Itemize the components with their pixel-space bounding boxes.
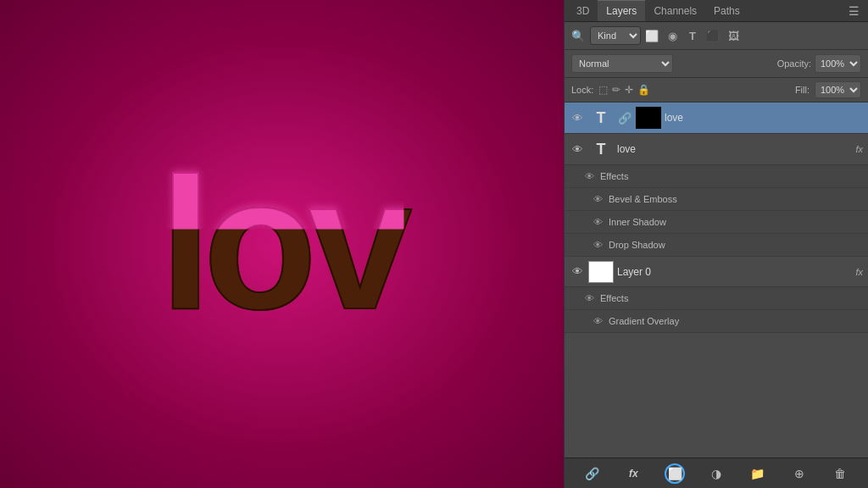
effects-label: Effects	[600, 171, 863, 181]
inner-shadow-label: Inner Shadow	[609, 217, 863, 227]
lock-checkerboard-icon[interactable]: ⬚	[598, 84, 608, 96]
bevel-emboss-label: Bevel & Emboss	[609, 194, 863, 204]
link-layers-button[interactable]: 🔗	[581, 463, 602, 484]
visibility-drop-shadow[interactable]: 👁	[590, 237, 605, 252]
layer-effects-header[interactable]: 👁 Effects	[565, 165, 868, 188]
folder-button[interactable]: 📁	[748, 463, 768, 484]
gradient-overlay-label: Gradient Overlay	[609, 316, 863, 326]
bottom-toolbar: 🔗 fx ⬜ ◑ 📁 ⊕ 🗑	[565, 458, 868, 488]
layers-list: 👁 T 🔗 love 👁 T love fx 👁 Effects 👁 Bevel…	[565, 103, 868, 458]
visibility-effects2[interactable]: 👁	[581, 291, 597, 306]
layer0-effects-header[interactable]: 👁 Effects	[565, 287, 868, 310]
filter-adjust-icon[interactable]: ◉	[665, 30, 680, 42]
lock-move-icon[interactable]: ✛	[625, 84, 633, 96]
search-icon: 🔍	[571, 30, 585, 42]
filter-shape-icon[interactable]: ⬛	[705, 30, 721, 42]
layer-bevel-emboss[interactable]: 👁 Bevel & Emboss	[565, 188, 868, 211]
layer-item-love-text[interactable]: 👁 T love fx	[565, 134, 868, 165]
love-text-container: lov lov	[160, 151, 404, 337]
panels-area: 3D Layers Channels Paths ☰ 🔍 Kind ⬜ ◉ T …	[564, 0, 868, 488]
kind-select[interactable]: Kind	[590, 26, 641, 45]
visibility-icon-love[interactable]: 👁	[570, 141, 585, 157]
filter-text-icon[interactable]: T	[685, 30, 700, 42]
layer-item-love-selected[interactable]: 👁 T 🔗 love	[565, 103, 868, 134]
visibility-inner-shadow[interactable]: 👁	[590, 214, 605, 230]
lock-brush-icon[interactable]: ✏	[612, 84, 620, 96]
fx-badge-love: fx	[855, 144, 863, 154]
layer-text-icon-selected: T	[588, 106, 614, 130]
layer-gradient-overlay[interactable]: 👁 Gradient Overlay	[565, 310, 868, 333]
fx-badge-layer0: fx	[855, 267, 863, 277]
filter-row: 🔍 Kind ⬜ ◉ T ⬛ 🖼	[565, 22, 868, 50]
tab-paths[interactable]: Paths	[705, 0, 748, 21]
layer-item-layer0[interactable]: 👁 Layer 0 fx	[565, 257, 868, 287]
layer0-name: Layer 0	[617, 266, 852, 278]
drop-shadow-label: Drop Shadow	[609, 240, 863, 250]
fx-button[interactable]: fx	[623, 463, 643, 484]
visibility-gradient[interactable]: 👁	[590, 313, 605, 329]
new-layer-button[interactable]: ⊕	[789, 463, 810, 484]
visibility-icon-love-selected[interactable]: 👁	[570, 110, 585, 125]
tab-channels[interactable]: Channels	[645, 0, 705, 21]
visibility-icon-layer0[interactable]: 👁	[570, 264, 585, 280]
lock-row: Lock: ⬚ ✏ ✛ 🔒 Fill: 100%	[565, 78, 868, 103]
fill-label: Fill:	[795, 85, 810, 95]
filter-pixel-icon[interactable]: ⬜	[644, 30, 659, 42]
effects2-label: Effects	[600, 293, 863, 303]
add-mask-button[interactable]: ⬜	[665, 463, 685, 484]
fill-select[interactable]: 100%	[815, 81, 861, 98]
lock-icons: ⬚ ✏ ✛ 🔒	[598, 84, 650, 96]
delete-button[interactable]: 🗑	[830, 463, 850, 484]
lock-all-icon[interactable]: 🔒	[637, 84, 650, 96]
layer0-thumb	[588, 261, 614, 283]
tab-bar: 3D Layers Channels Paths ☰	[565, 0, 868, 22]
filter-icons: ⬜ ◉ T ⬛ 🖼	[644, 30, 741, 42]
opacity-label: Opacity:	[777, 58, 811, 69]
blend-row: Normal Opacity: 100%	[565, 50, 868, 78]
layer-name-love: love	[617, 143, 852, 155]
layer-mask-thumb	[636, 107, 661, 129]
visibility-bevel[interactable]: 👁	[590, 191, 605, 207]
layer-text-icon: T	[588, 137, 614, 161]
opacity-select[interactable]: 100%	[815, 54, 861, 73]
tab-3d[interactable]: 3D	[568, 0, 598, 21]
link-icon-love: 🔗	[617, 110, 632, 125]
visibility-effects[interactable]: 👁	[581, 169, 597, 184]
filter-smart-icon[interactable]: 🖼	[726, 30, 741, 42]
adjustment-button[interactable]: ◑	[706, 463, 726, 484]
layer-inner-shadow[interactable]: 👁 Inner Shadow	[565, 211, 868, 234]
layer-name-love-selected: love	[665, 112, 863, 124]
layer-drop-shadow[interactable]: 👁 Drop Shadow	[565, 234, 868, 257]
tab-layers[interactable]: Layers	[598, 0, 645, 21]
lock-label: Lock:	[571, 85, 593, 95]
blend-mode-select[interactable]: Normal	[571, 54, 673, 73]
canvas: lov lov	[0, 0, 564, 488]
panel-menu-icon[interactable]: ☰	[843, 4, 865, 18]
